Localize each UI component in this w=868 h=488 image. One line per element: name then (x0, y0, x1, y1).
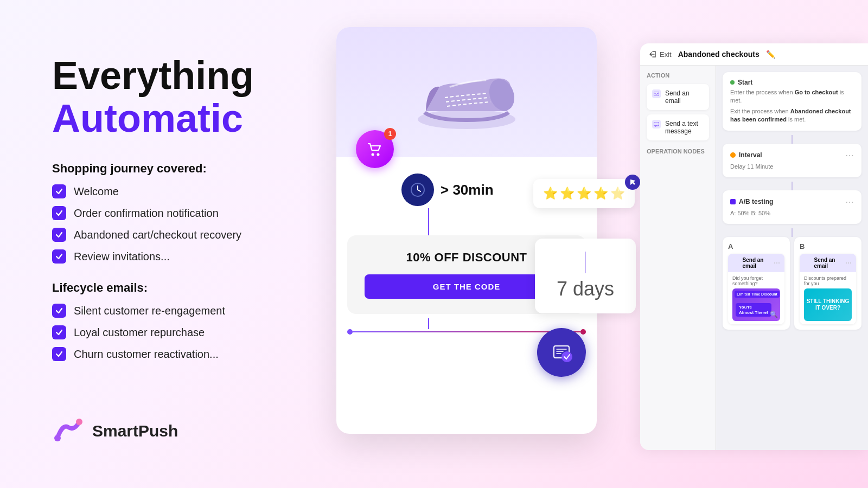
star-5: ⭐ (610, 187, 625, 201)
star-4: ⭐ (593, 187, 608, 201)
shopping-checklist: Welcome Order confirmation notification … (52, 184, 378, 264)
email-preview-img-b: STILL THINKING IT OVER? (804, 288, 852, 321)
ab-split-columns: A Send an email ⋯ Did you forget somethi… (723, 237, 861, 330)
email-preview-img-a: Limited Time Discount You'reAlmost There… (732, 288, 780, 321)
lifecycle-section-label: Lifecycle emails: (52, 281, 378, 295)
email-preview-a: Send an email ⋯ Did you forget something… (728, 254, 784, 324)
interval-node: Interval ⋯ Delay 11 Minute (723, 144, 861, 177)
svg-point-5 (377, 153, 380, 156)
start-node-text: Enter the process when Go to checkout is… (730, 88, 854, 105)
panel-header: Exit Abandoned checkouts ✏️ (640, 43, 868, 66)
svg-rect-10 (654, 122, 659, 126)
action-sidebar: Action Send an email Send a text message… (640, 66, 716, 450)
connector-line (428, 208, 429, 235)
ab-menu[interactable]: ⋯ (845, 197, 854, 207)
center-card: 1 > 30min 10% OFF DISCOUNT GET THE CODE (336, 27, 597, 434)
check-icon (52, 304, 66, 318)
panel-title: Abandoned checkouts (678, 50, 760, 59)
days-text: 7 days (557, 278, 614, 300)
email-action-icon (652, 89, 661, 98)
star-1: ⭐ (543, 187, 558, 201)
ab-col-a: A Send an email ⋯ Did you forget somethi… (723, 237, 790, 330)
operation-section-title: Operation nodes (647, 148, 709, 155)
send-text-action[interactable]: Send a text message (647, 114, 709, 140)
email-b-menu[interactable]: ⋯ (845, 259, 852, 267)
check-icon (52, 206, 66, 220)
start-node: Start Enter the process when Go to check… (723, 72, 861, 131)
text-action-icon (652, 120, 661, 129)
timer-circle (401, 174, 434, 206)
lifecycle-checklist: Silent customer re-engagement Loyal cust… (52, 304, 378, 361)
list-item: Churn customer reactivation... (52, 347, 378, 361)
email-icon-a (732, 260, 737, 266)
check-icon (52, 325, 66, 339)
logo-icon (52, 418, 85, 445)
complete-circle (537, 328, 586, 377)
panel-body: Action Send an email Send a text message… (640, 66, 868, 450)
exit-button[interactable]: Exit (649, 50, 672, 59)
email-icon-b (804, 260, 809, 266)
action-section-title: Action (647, 72, 709, 79)
send-email-action[interactable]: Send an email (647, 84, 709, 110)
days-card: 7 days (535, 239, 636, 313)
start-node-exit-text: Exit the process when Abandoned checkout… (730, 107, 854, 124)
shopping-section-label: Shopping journey covered: (52, 162, 378, 176)
interval-menu[interactable]: ⋯ (845, 150, 854, 160)
shoe-display: 1 (336, 27, 597, 157)
list-item: Abandoned cart/checkout recovery (52, 228, 378, 242)
timer-text: > 30min (441, 182, 494, 198)
page-title: Everything Automatic (52, 54, 378, 140)
ab-col-b: B Send an email ⋯ Discounts prepared for… (794, 237, 861, 330)
check-icon (52, 184, 66, 198)
star-2: ⭐ (560, 187, 575, 201)
wf-connector-2 (792, 182, 793, 190)
svg-point-8 (561, 351, 572, 362)
svg-point-4 (372, 153, 374, 156)
wf-connector-3 (792, 228, 793, 237)
check-icon (52, 249, 66, 264)
workflow-panel: Exit Abandoned checkouts ✏️ Action Send … (640, 43, 868, 450)
interval-delay: Delay 11 Minute (730, 163, 854, 171)
check-icon (52, 347, 66, 361)
list-item: Welcome (52, 184, 378, 198)
list-item: Order confirmation notification (52, 206, 378, 220)
star-3: ⭐ (577, 187, 591, 201)
list-item: Review invitations... (52, 249, 378, 264)
svg-point-0 (54, 435, 61, 441)
left-content: Everything Automatic Shopping journey co… (52, 54, 378, 378)
ab-node: A/B testing ⋯ A: 50% B: 50% (723, 190, 861, 224)
list-item: Silent customer re-engagement (52, 304, 378, 318)
ab-dot (730, 199, 736, 204)
email-preview-b: Send an email ⋯ Discounts prepared for y… (800, 254, 856, 324)
logo: SmartPush (52, 418, 178, 445)
svg-point-1 (76, 419, 82, 425)
email-a-menu[interactable]: ⋯ (774, 259, 780, 267)
svg-rect-9 (654, 92, 659, 96)
workflow-area: Start Enter the process when Go to check… (716, 66, 868, 450)
logo-text: SmartPush (92, 422, 178, 440)
cart-bubble: 1 (356, 130, 394, 168)
cart-badge: 1 (384, 128, 396, 140)
wf-connector-1 (792, 135, 793, 144)
check-icon (52, 228, 66, 242)
start-dot (730, 80, 735, 85)
cursor-dot (625, 175, 640, 190)
edit-icon[interactable]: ✏️ (766, 50, 775, 59)
stars-card: ⭐ ⭐ ⭐ ⭐ ⭐ (533, 179, 635, 208)
shoe-image (407, 43, 526, 141)
ab-split-text: A: 50% B: 50% (730, 209, 854, 217)
list-item: Loyal customer repurchase (52, 325, 378, 339)
interval-dot (730, 152, 736, 158)
